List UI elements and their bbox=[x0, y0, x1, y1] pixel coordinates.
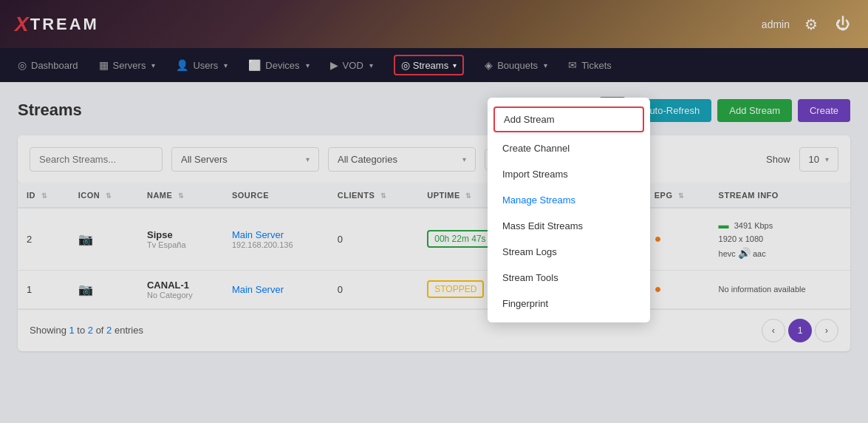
source-name: Main Server bbox=[232, 284, 320, 295]
dashboard-icon: ◎ bbox=[18, 59, 27, 71]
col-name: NAME ⇅ bbox=[138, 183, 223, 208]
dropdown-stream-logs[interactable]: Stream Logs bbox=[488, 239, 650, 265]
range-end: 2 bbox=[88, 325, 93, 336]
dropdown-manage-streams[interactable]: Manage Streams bbox=[488, 187, 650, 213]
stream-icon: 📷 bbox=[78, 233, 93, 246]
settings-button[interactable]: ⚙ bbox=[802, 13, 821, 36]
top-bar: X TREAM admin ⚙ ⏻ bbox=[0, 0, 868, 48]
stopped-badge: STOPPED bbox=[427, 280, 484, 298]
source-name: Main Server bbox=[232, 229, 320, 240]
sidebar-item-vod[interactable]: ▶ VOD ▾ bbox=[321, 53, 382, 77]
streams-dropdown-menu: Add Stream Create Channel Import Streams… bbox=[488, 98, 650, 322]
dropdown-mass-edit[interactable]: Mass Edit Streams bbox=[488, 213, 650, 239]
stream-sub: No Category bbox=[147, 291, 214, 300]
all-categories-select[interactable]: All Categories ▾ bbox=[328, 147, 476, 172]
dropdown-stream-tools[interactable]: Stream Tools bbox=[488, 265, 650, 291]
filter-table-wrap: All Servers ▾ All Categories ▾ ▾ Show 10… bbox=[18, 135, 850, 351]
filter-bar: All Servers ▾ All Categories ▾ ▾ Show 10… bbox=[18, 135, 850, 183]
col-stream-info: STREAM INFO bbox=[710, 183, 850, 208]
cell-stream-info: No information available bbox=[710, 270, 850, 308]
create-button[interactable]: Create bbox=[798, 99, 850, 122]
col-id: ID ⇅ bbox=[18, 183, 69, 208]
cell-epg: ● bbox=[646, 270, 710, 308]
dropdown-add-stream[interactable]: Add Stream bbox=[493, 106, 644, 132]
cell-name: Sipse Tv España bbox=[138, 208, 223, 270]
streams-table: ID ⇅ ICON ⇅ NAME ⇅ SOURCE CLIENTS ⇅ UPTI… bbox=[18, 183, 850, 351]
servers-icon: ▦ bbox=[99, 59, 109, 71]
sidebar-item-dashboard[interactable]: ◎ Dashboard bbox=[9, 53, 87, 77]
stream-name: Sipse bbox=[147, 229, 214, 240]
show-count-value: 10 bbox=[809, 154, 819, 165]
logo: X TREAM bbox=[15, 13, 99, 36]
nav-bar: ◎ Dashboard ▦ Servers ▾ 👤 Users ▾ ⬜ Devi… bbox=[0, 48, 868, 82]
cell-icon: 📷 bbox=[69, 270, 138, 308]
stream-sub: Tv España bbox=[147, 240, 214, 249]
devices-icon: ⬜ bbox=[248, 59, 261, 71]
bitrate-value: 3491 Kbps bbox=[734, 221, 773, 230]
all-servers-select[interactable]: All Servers ▾ bbox=[171, 147, 319, 172]
sidebar-item-users[interactable]: 👤 Users ▾ bbox=[167, 53, 236, 77]
logo-text: TREAM bbox=[30, 15, 99, 34]
total-entries: 2 bbox=[106, 325, 112, 336]
streams-icon: ◎ bbox=[401, 59, 410, 71]
table-row: 1 📷 CANAL-1 No Category Main Server 0 bbox=[18, 270, 850, 308]
sidebar-item-servers[interactable]: ▦ Servers ▾ bbox=[90, 53, 165, 77]
streams-box: ◎ Streams ▾ bbox=[394, 55, 464, 75]
page-1-button[interactable]: 1 bbox=[788, 319, 812, 342]
power-button[interactable]: ⏻ bbox=[833, 13, 853, 35]
sidebar-item-tickets[interactable]: ✉ Tickets bbox=[559, 53, 621, 77]
vod-arrow: ▾ bbox=[369, 61, 373, 70]
dropdown-create-channel[interactable]: Create Channel bbox=[488, 135, 650, 161]
streams-arrow: ▾ bbox=[453, 61, 457, 70]
prev-page-button[interactable]: ‹ bbox=[762, 319, 785, 342]
tickets-icon: ✉ bbox=[568, 59, 577, 71]
stream-icon: 📷 bbox=[78, 283, 93, 296]
epg-status-dot: ● bbox=[655, 282, 662, 295]
show-count-select[interactable]: 10 ▾ bbox=[799, 147, 838, 172]
cell-icon: 📷 bbox=[69, 208, 138, 270]
top-bar-right: admin ⚙ ⏻ bbox=[762, 13, 853, 36]
nav-label-devices: Devices bbox=[265, 60, 299, 71]
no-info-text: No information available bbox=[719, 285, 806, 294]
next-page-button[interactable]: › bbox=[815, 319, 838, 342]
page-title: Streams bbox=[18, 101, 82, 120]
col-icon: ICON ⇅ bbox=[69, 183, 138, 208]
servers-select-arrow: ▾ bbox=[306, 155, 310, 163]
dropdown-fingerprint[interactable]: Fingerprint bbox=[488, 291, 650, 317]
users-icon: 👤 bbox=[176, 59, 188, 71]
all-categories-label: All Categories bbox=[338, 154, 397, 165]
col-epg: EPG ⇅ bbox=[646, 183, 710, 208]
search-input[interactable] bbox=[30, 147, 163, 172]
cell-clients: 0 bbox=[329, 208, 418, 270]
cell-clients: 0 bbox=[329, 270, 418, 308]
cell-name: CANAL-1 No Category bbox=[138, 270, 223, 308]
stream-info-text: ▬ 3491 Kbps 1920 x 1080 hevc 🔊 aac bbox=[719, 217, 841, 261]
servers-arrow: ▾ bbox=[151, 61, 155, 70]
cell-stream-info: ▬ 3491 Kbps 1920 x 1080 hevc 🔊 aac bbox=[710, 208, 850, 270]
sidebar-item-devices[interactable]: ⬜ Devices ▾ bbox=[239, 53, 318, 77]
cell-epg: ● bbox=[646, 208, 710, 270]
dropdown-import-streams[interactable]: Import Streams bbox=[488, 161, 650, 187]
cell-id: 2 bbox=[18, 208, 69, 270]
vod-icon: ▶ bbox=[330, 59, 338, 71]
uptime-badge: 00h 22m 47s bbox=[427, 230, 493, 248]
pagination-row: Showing 1 to 2 of 2 entries ‹ 1 › bbox=[18, 309, 850, 351]
add-stream-button[interactable]: Add Stream bbox=[717, 99, 792, 122]
nav-label-vod: VOD bbox=[343, 60, 363, 71]
show-count-arrow: ▾ bbox=[825, 155, 829, 163]
devices-arrow: ▾ bbox=[306, 61, 310, 70]
nav-label-dashboard: Dashboard bbox=[31, 60, 78, 71]
col-source: SOURCE bbox=[223, 183, 329, 208]
nav-label-servers: Servers bbox=[113, 60, 146, 71]
admin-label: admin bbox=[762, 18, 790, 30]
nav-label-bouquets: Bouquets bbox=[497, 60, 538, 71]
logo-x: X bbox=[15, 13, 29, 36]
source-ip: 192.168.200.136 bbox=[232, 240, 320, 249]
stream-name: CANAL-1 bbox=[147, 280, 214, 291]
sidebar-item-streams[interactable]: ◎ Streams ▾ bbox=[385, 49, 473, 81]
page-header: Streams 🔍 Auto-Refresh Add Stream Create bbox=[18, 97, 850, 123]
main-content: Streams 🔍 Auto-Refresh Add Stream Create… bbox=[0, 82, 868, 366]
users-arrow: ▾ bbox=[224, 61, 228, 70]
cell-source: Main Server 192.168.200.136 bbox=[223, 208, 329, 270]
sidebar-item-bouquets[interactable]: ◈ Bouquets ▾ bbox=[476, 53, 556, 77]
